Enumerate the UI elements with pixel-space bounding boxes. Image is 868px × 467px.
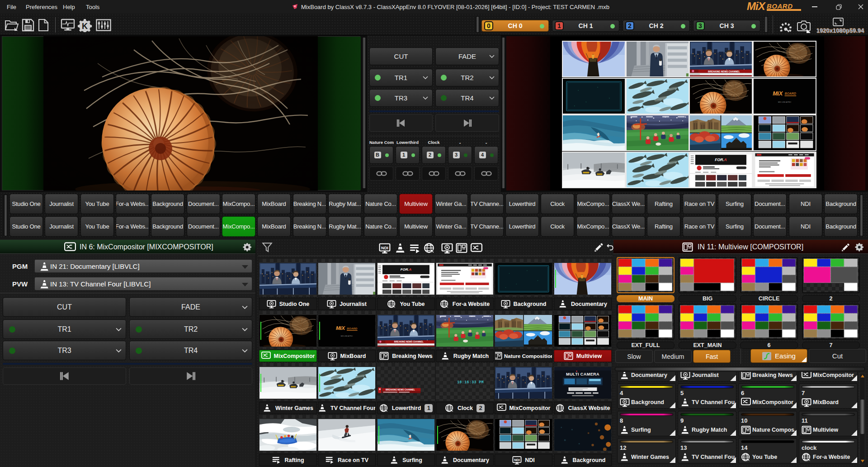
svg-text:K: K (82, 22, 88, 31)
